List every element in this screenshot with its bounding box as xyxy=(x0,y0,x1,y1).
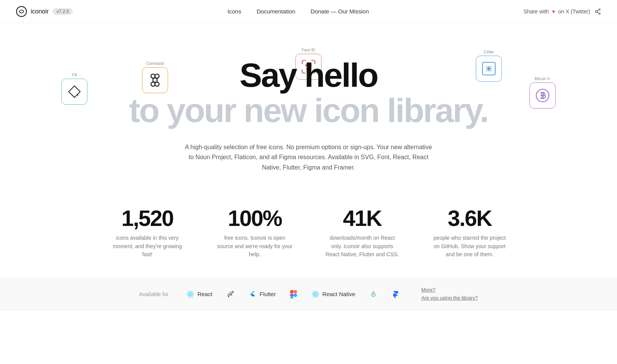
hero-line1: Say hello xyxy=(15,58,602,93)
nav-links: Icons Documentation Donate — Our Mission xyxy=(228,8,369,15)
framer-icon xyxy=(391,290,400,298)
svg-rect-20 xyxy=(290,293,294,297)
iconoir-logo-icon xyxy=(15,5,28,18)
stat-downloads-number: 41K xyxy=(316,207,408,229)
stat-stars-number: 3.6K xyxy=(424,207,516,229)
avail-vue[interactable] xyxy=(369,290,378,298)
svg-rect-21 xyxy=(290,297,294,298)
avail-react-label: React xyxy=(197,291,212,297)
svg-line-5 xyxy=(597,12,599,13)
svg-point-22 xyxy=(294,293,297,297)
svg-point-2 xyxy=(599,8,601,10)
avail-figma[interactable] xyxy=(290,290,297,298)
available-bar: Available for React Flutter xyxy=(0,278,617,310)
float-faceid-label: Face ID xyxy=(302,48,315,52)
stat-free-number: 100% xyxy=(209,207,301,229)
using-library-link[interactable]: Are you using the library? xyxy=(421,294,478,302)
react-native-icon xyxy=(311,290,320,298)
stat-downloads: 41K downloads/month on React only. Icono… xyxy=(308,207,416,259)
avail-react[interactable]: React xyxy=(186,290,212,298)
svg-point-17 xyxy=(190,293,191,295)
nav-version-badge: v7.2.0 xyxy=(53,8,73,15)
hero-line2: to your new icon library. xyxy=(15,93,602,128)
nav-left: iconoir v7.2.0 xyxy=(15,5,73,18)
svg-line-4 xyxy=(597,10,599,11)
share-platform: on X (Twitter) xyxy=(558,8,590,15)
avail-flutter[interactable]: Flutter xyxy=(249,290,276,298)
svg-point-3 xyxy=(599,13,601,14)
stat-icons: 1,520 icons available in this very momen… xyxy=(94,207,201,259)
heart-icon: ♥ xyxy=(552,8,555,15)
stat-icons-number: 1,520 xyxy=(101,207,193,229)
nav-logo[interactable]: iconoir xyxy=(15,5,49,18)
nav-logo-text: iconoir xyxy=(31,8,49,15)
hero-description: A high-quality selection of free icons. … xyxy=(182,142,435,173)
hero-headlines: Say hello to your new icon library. xyxy=(15,58,602,128)
nav-docs-link[interactable]: Documentation xyxy=(257,8,295,15)
stat-free-desc: free icons. Iconoir is open source and w… xyxy=(216,234,293,259)
stat-stars-desc: people who starred the project on GitHub… xyxy=(431,234,508,259)
nav-donate-link[interactable]: Donate — Our Mission xyxy=(311,8,369,15)
svg-rect-18 xyxy=(290,290,294,293)
share-text: Share with xyxy=(523,8,549,15)
stat-free: 100% free icons. Iconoir is open source … xyxy=(201,207,308,259)
float-cellar-label: Cellar xyxy=(484,50,494,54)
nav-share: Share with ♥ on X (Twitter) xyxy=(523,7,602,16)
navbar: iconoir v7.2.0 Icons Documentation Donat… xyxy=(0,0,617,23)
avail-framer[interactable] xyxy=(391,290,400,298)
available-label: Available for xyxy=(139,291,169,297)
share-icon[interactable] xyxy=(593,7,602,16)
avail-react-native-label: React Native xyxy=(322,291,355,297)
svg-point-0 xyxy=(16,7,26,16)
more-link-group: More? Are you using the library? xyxy=(421,286,478,302)
svg-point-26 xyxy=(315,293,316,295)
vue-icon xyxy=(369,290,378,298)
flutter-icon xyxy=(249,290,257,298)
figma-icon xyxy=(290,290,297,298)
avail-react-native[interactable]: React Native xyxy=(311,290,355,298)
react-icon xyxy=(186,290,195,298)
stat-stars: 3.6K people who starred the project on G… xyxy=(416,207,523,259)
avail-flutter-label: Flutter xyxy=(260,291,276,297)
stats-section: 1,520 icons available in this very momen… xyxy=(78,184,539,278)
avail-swift[interactable] xyxy=(226,290,235,298)
more-link[interactable]: More? xyxy=(421,286,436,294)
svg-rect-19 xyxy=(294,290,297,293)
stat-icons-desc: icons available in this very moment, and… xyxy=(109,234,186,259)
nav-icons-link[interactable]: Icons xyxy=(228,8,241,15)
swift-icon xyxy=(226,290,235,298)
hero-section: Fill Command Face ID xyxy=(0,23,617,184)
stat-downloads-desc: downloads/month on React only. Iconoir a… xyxy=(324,234,401,259)
